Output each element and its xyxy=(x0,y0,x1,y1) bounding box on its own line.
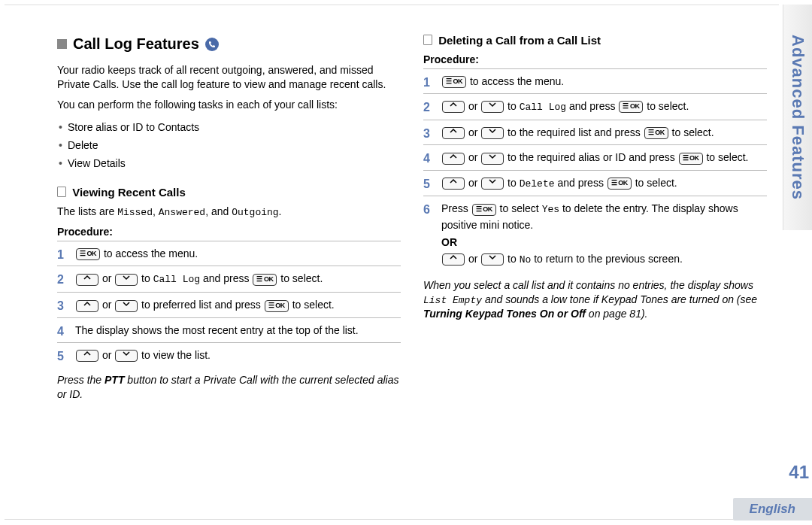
ok-button-icon: ☰ OK xyxy=(76,248,100,260)
ok-button-icon: ☰ OK xyxy=(679,153,703,165)
step: or to the required alias or ID and press… xyxy=(423,144,767,169)
down-button-icon xyxy=(115,274,138,286)
step: Press ☰ OK to select Yes to delete the e… xyxy=(423,196,767,272)
up-button-icon xyxy=(442,127,465,139)
step: ☰ OK to access the menu. xyxy=(423,68,767,93)
step: or to the required list and press ☰ OK t… xyxy=(423,120,767,144)
ok-button-icon: ☰ OK xyxy=(644,127,668,139)
down-button-icon xyxy=(115,300,138,312)
intro-paragraph-2: You can perform the following tasks in e… xyxy=(57,98,401,112)
down-button-icon xyxy=(481,253,504,266)
ok-button-icon: ☰ OK xyxy=(442,76,466,88)
down-button-icon xyxy=(481,101,504,113)
up-button-icon xyxy=(442,101,465,113)
deleting-steps: ☰ OK to access the menu. or to Call Log … xyxy=(423,68,767,272)
ok-button-icon: ☰ OK xyxy=(472,204,496,216)
viewing-note: Press the PTT button to start a Private … xyxy=(57,373,401,402)
step: or to Call Log and press ☰ OK to select. xyxy=(57,266,401,292)
section-heading: Call Log Features xyxy=(57,35,401,53)
section-square-icon xyxy=(57,39,67,49)
up-button-icon xyxy=(442,178,465,190)
procedure-label: Procedure: xyxy=(57,225,401,239)
tasks-list: Store alias or ID to Contacts Delete Vie… xyxy=(57,118,401,172)
manual-page: Call Log Features Your radio keeps track… xyxy=(5,5,779,520)
left-column: Call Log Features Your radio keeps track… xyxy=(57,14,401,443)
down-button-icon xyxy=(481,127,504,139)
doc-icon xyxy=(423,35,432,45)
up-button-icon xyxy=(442,253,465,266)
up-button-icon xyxy=(442,153,465,165)
right-column: Deleting a Call from a Call List Procedu… xyxy=(423,14,767,443)
ok-button-icon: ☰ OK xyxy=(265,300,289,312)
ok-button-icon: ☰ OK xyxy=(619,101,643,113)
viewing-steps: ☰ OK to access the menu. or to Call Log … xyxy=(57,241,401,367)
up-button-icon xyxy=(76,350,98,362)
down-button-icon xyxy=(115,350,138,362)
doc-icon xyxy=(57,187,66,197)
list-item: Store alias or ID to Contacts xyxy=(57,118,401,136)
step: The display shows the most recent entry … xyxy=(57,317,401,342)
step: or to Delete and press ☰ OK to select. xyxy=(423,170,767,196)
subsection-viewing: Viewing Recent Calls xyxy=(57,186,401,199)
ok-button-icon: ☰ OK xyxy=(607,178,632,190)
chapter-title: Advanced Features xyxy=(788,35,807,200)
down-button-icon xyxy=(481,178,504,190)
chapter-tab: Advanced Features xyxy=(783,5,812,230)
page-number: 41 xyxy=(789,462,809,483)
step: or to view the list. xyxy=(57,342,401,367)
up-button-icon xyxy=(76,300,98,312)
down-button-icon xyxy=(481,153,504,165)
two-column-layout: Call Log Features Your radio keeps track… xyxy=(57,14,767,443)
up-button-icon xyxy=(76,274,98,286)
list-item: View Details xyxy=(57,154,401,172)
step: or to preferred list and press ☰ OK to s… xyxy=(57,292,401,317)
phone-feature-icon xyxy=(205,38,219,51)
lists-line: The lists are Missed, Answered, and Outg… xyxy=(57,205,401,220)
or-label: OR xyxy=(441,235,767,250)
list-item: Delete xyxy=(57,136,401,154)
deleting-note: When you select a call list and it conta… xyxy=(423,278,767,321)
step: or to Call Log and press ☰ OK to select. xyxy=(423,93,767,120)
intro-paragraph-1: Your radio keeps track of all recent out… xyxy=(57,63,401,92)
ok-button-icon: ☰ OK xyxy=(253,274,277,286)
procedure-label: Procedure: xyxy=(423,53,767,67)
language-label: English xyxy=(733,498,812,520)
subsection-deleting: Deleting a Call from a Call List xyxy=(423,34,767,47)
heading-text: Call Log Features xyxy=(73,35,199,53)
step: ☰ OK to access the menu. xyxy=(57,241,401,266)
